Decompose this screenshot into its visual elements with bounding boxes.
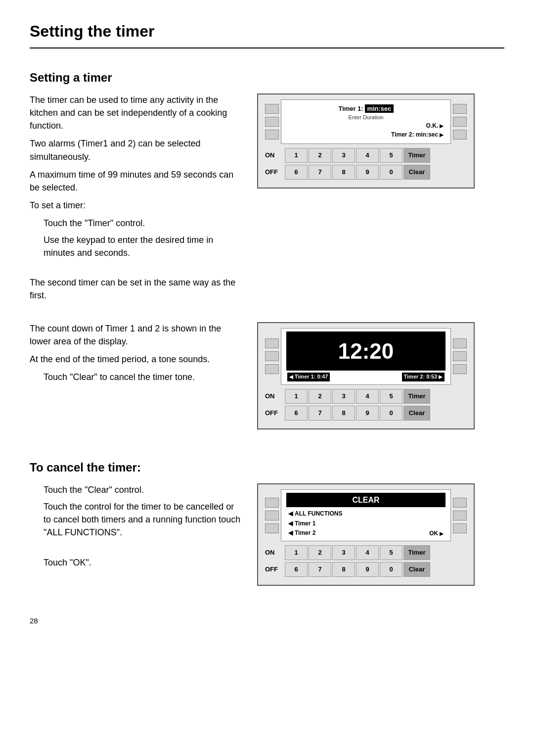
section2-para2: At the end of the timed period, a tone s… xyxy=(30,353,242,366)
panel2-on-label: ON xyxy=(263,392,285,401)
panel1-key-0[interactable]: 0 xyxy=(380,165,402,180)
panel1-left-btn3[interactable] xyxy=(265,130,279,140)
panel1-timer-btn[interactable]: Timer xyxy=(403,148,430,163)
panel1-right-btn2[interactable] xyxy=(453,117,467,127)
panel1-enter-duration: Enter Duration xyxy=(286,114,445,122)
panel1-key-8[interactable]: 8 xyxy=(332,165,355,180)
page-container: Setting the timer Setting a timer The ti… xyxy=(30,20,504,626)
panel3-key-8[interactable]: 8 xyxy=(332,562,355,577)
section2-two-col: The count down of Timer 1 and 2 is shown… xyxy=(30,322,504,430)
panel1-key-9[interactable]: 9 xyxy=(356,165,379,180)
panel2-display: 12:20 Timer 1: 0:47 Timer 2: 0:53 xyxy=(281,328,451,385)
panel1-clear-btn[interactable]: Clear xyxy=(403,165,430,180)
appliance-panel-3: CLEAR ◀ ALL FUNCTIONS ◀ Timer 1 xyxy=(257,483,475,586)
panel1-key-1[interactable]: 1 xyxy=(285,148,308,163)
panel3-key-5[interactable]: 5 xyxy=(380,545,402,560)
panel2-clear-btn[interactable]: Clear xyxy=(403,406,430,421)
panel2-timer1-label[interactable]: Timer 1: 0:47 xyxy=(287,373,330,381)
panel2-right-btn1[interactable] xyxy=(453,338,467,348)
panel3-left-buttons xyxy=(263,489,281,541)
panel3-keypad-row1: ON 1 2 3 4 5 Timer xyxy=(263,545,469,560)
section3-step1: Touch the "Clear" control. xyxy=(30,483,242,496)
panel2-key-6[interactable]: 6 xyxy=(285,406,308,421)
panel1-container: Timer 1: min:sec Enter Duration O.K. Tim… xyxy=(257,94,475,189)
panel2-keypad: ON 1 2 3 4 5 Timer OFF 6 7 xyxy=(263,389,469,421)
panel3-key-3[interactable]: 3 xyxy=(332,545,355,560)
panel2-keypad-row2: OFF 6 7 8 9 0 Clear xyxy=(263,406,469,421)
panel1-key-2[interactable]: 2 xyxy=(309,148,331,163)
page-number: 28 xyxy=(30,615,504,626)
section1-title: Setting a timer xyxy=(30,69,504,87)
panel3-key-0[interactable]: 0 xyxy=(380,562,402,577)
panel3-timer-btn[interactable]: Timer xyxy=(403,545,430,560)
panel3-inner: CLEAR ◀ ALL FUNCTIONS ◀ Timer 1 xyxy=(263,489,469,541)
panel1-timer2-row: Timer 2: min:sec xyxy=(286,131,445,139)
page-title: Setting the timer xyxy=(30,20,504,48)
panel1-timer2-label[interactable]: Timer 2: min:sec xyxy=(391,131,444,138)
panel2-timer2-label[interactable]: Timer 2: 0:53 xyxy=(402,373,445,381)
panel3-key-4[interactable]: 4 xyxy=(356,545,379,560)
panel3-clear-title: CLEAR xyxy=(286,493,445,507)
panel3-arrow-left1: ◀ xyxy=(288,510,293,518)
panel1-key-3[interactable]: 3 xyxy=(332,148,355,163)
panel2-left-btn3[interactable] xyxy=(265,364,279,374)
panel3-right-btn2[interactable] xyxy=(453,511,467,520)
panel2-left-btn1[interactable] xyxy=(265,338,279,348)
panel3-option2[interactable]: ◀ Timer 1 xyxy=(286,519,445,528)
panel3-key-1[interactable]: 1 xyxy=(285,545,308,560)
panel3-key-9[interactable]: 9 xyxy=(356,562,379,577)
panel2-timer-btn[interactable]: Timer xyxy=(403,389,430,404)
panel3-key-2[interactable]: 2 xyxy=(309,545,331,560)
panel3-clear-btn[interactable]: Clear xyxy=(403,562,430,577)
panel1-left-btn2[interactable] xyxy=(265,117,279,127)
panel2-key-4[interactable]: 4 xyxy=(356,389,379,404)
panel3-ok-label[interactable]: OK xyxy=(429,530,444,537)
panel3-left-btn2[interactable] xyxy=(265,511,279,520)
panel2-key-9[interactable]: 9 xyxy=(356,406,379,421)
section1-step3: The second timer can be set in the same … xyxy=(30,276,242,302)
panel2-right-btn2[interactable] xyxy=(453,351,467,361)
panel1-right-buttons xyxy=(451,99,469,144)
panel1-left-btn1[interactable] xyxy=(265,104,279,114)
panel2-bottom-row: Timer 1: 0:47 Timer 2: 0:53 xyxy=(286,373,445,381)
panel1-ok-label[interactable]: O.K. xyxy=(426,122,444,129)
panel2-key-2[interactable]: 2 xyxy=(309,389,331,404)
appliance-panel-2: 12:20 Timer 1: 0:47 Timer 2: 0:53 xyxy=(257,322,475,430)
panel2-keypad-row1: ON 1 2 3 4 5 Timer xyxy=(263,389,469,404)
panel1-key-7[interactable]: 7 xyxy=(309,165,331,180)
panel1-key-6[interactable]: 6 xyxy=(285,165,308,180)
panel3-container: CLEAR ◀ ALL FUNCTIONS ◀ Timer 1 xyxy=(257,483,475,586)
panel1-key-4[interactable]: 4 xyxy=(356,148,379,163)
panel1-right-btn1[interactable] xyxy=(453,104,467,114)
section1-para1: The timer can be used to time any activi… xyxy=(30,94,242,132)
panel1-right-btn3[interactable] xyxy=(453,130,467,140)
panel2-key-8[interactable]: 8 xyxy=(332,406,355,421)
panel3-left-btn3[interactable] xyxy=(265,523,279,533)
panel1-keypad-row1: ON 1 2 3 4 5 Timer xyxy=(263,148,469,163)
panel3-right-btn3[interactable] xyxy=(453,523,467,533)
panel3-option1[interactable]: ◀ ALL FUNCTIONS xyxy=(286,509,445,519)
section-cancel-timer: To cancel the timer: Touch the "Clear" c… xyxy=(30,444,504,586)
panel3-right-btn1[interactable] xyxy=(453,498,467,508)
panel2-key-5[interactable]: 5 xyxy=(380,389,402,404)
panel3-option3-row: ◀ Timer 2 OK xyxy=(286,528,445,538)
panel2-key-1[interactable]: 1 xyxy=(285,389,308,404)
panel3-option3[interactable]: ◀ Timer 2 xyxy=(286,528,317,538)
panel2-key-3[interactable]: 3 xyxy=(332,389,355,404)
panel2-right-btn3[interactable] xyxy=(453,364,467,374)
panel2-key-0[interactable]: 0 xyxy=(380,406,402,421)
panel3-key-7[interactable]: 7 xyxy=(309,562,331,577)
section3-two-col: Touch the "Clear" control. Touch the con… xyxy=(30,483,504,586)
panel3-ok-row[interactable]: OK xyxy=(429,529,445,538)
section1-two-col: The timer can be used to time any activi… xyxy=(30,94,504,307)
panel3-display: CLEAR ◀ ALL FUNCTIONS ◀ Timer 1 xyxy=(281,489,451,541)
appliance-panel-1: Timer 1: min:sec Enter Duration O.K. Tim… xyxy=(257,94,475,189)
section1-para2: Two alarms (Timer1 and 2) can be selecte… xyxy=(30,137,242,163)
section-setting-a-timer: Setting a timer The timer can be used to… xyxy=(30,54,504,307)
panel1-on-label: ON xyxy=(263,151,285,160)
panel1-key-5[interactable]: 5 xyxy=(380,148,402,163)
panel2-left-btn2[interactable] xyxy=(265,351,279,361)
panel3-key-6[interactable]: 6 xyxy=(285,562,308,577)
panel3-left-btn1[interactable] xyxy=(265,498,279,508)
panel2-key-7[interactable]: 7 xyxy=(309,406,331,421)
